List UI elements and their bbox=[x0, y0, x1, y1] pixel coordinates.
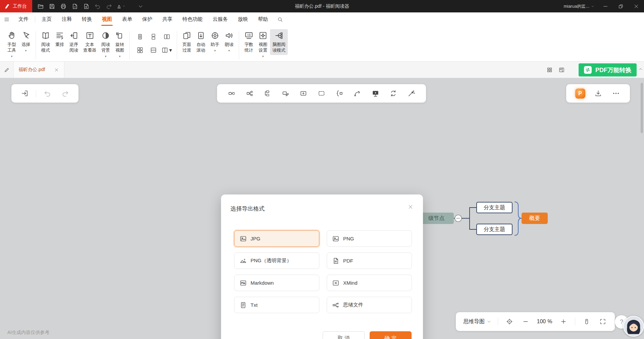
view-settings-button[interactable]: 视图 设置 ▾ bbox=[256, 29, 270, 60]
pdf-convert-button[interactable]: PDF万能转换 bbox=[579, 63, 637, 76]
continuous-page-button[interactable] bbox=[147, 30, 160, 43]
view-settings-icon bbox=[258, 31, 268, 40]
format-option-pdf[interactable]: PDF bbox=[327, 252, 412, 269]
save-button[interactable] bbox=[46, 0, 58, 12]
minimize-button[interactable] bbox=[598, 0, 613, 12]
format-label: XMind bbox=[343, 280, 358, 286]
mindmap-reading-mode-button[interactable]: 脑图阅 读模式 bbox=[270, 29, 288, 55]
select-tool-icon bbox=[21, 31, 31, 40]
menu-divider bbox=[35, 16, 35, 22]
text-viewer-button[interactable]: 文本 查看器 bbox=[81, 29, 99, 55]
close-icon bbox=[408, 204, 413, 210]
ribbon-divider bbox=[36, 31, 36, 59]
dialog-actions: 取 消 确 定 bbox=[323, 331, 412, 339]
reading-background-label: 阅读 背景 bbox=[101, 42, 110, 53]
toolbar-more-button[interactable] bbox=[135, 0, 146, 12]
tab-close-icon[interactable] bbox=[54, 68, 59, 72]
reading-background-button[interactable]: 阅读 背景 ▾ bbox=[99, 29, 113, 60]
dropdown-caret-icon bbox=[122, 5, 125, 8]
facing-page-icon bbox=[163, 33, 170, 40]
account-menu[interactable]: miarua的监... bbox=[564, 3, 594, 9]
single-page-button[interactable] bbox=[133, 30, 147, 43]
restore-button[interactable] bbox=[613, 0, 629, 12]
format-label: PNG bbox=[343, 236, 354, 241]
format-option-mind-file[interactable]: 思绪文件 bbox=[327, 297, 412, 313]
pencil-icon bbox=[4, 67, 10, 73]
word-count-button[interactable]: AB 字数 统计 bbox=[242, 29, 256, 55]
quick-sign-button[interactable] bbox=[115, 0, 126, 12]
facing-page-button[interactable] bbox=[160, 30, 173, 43]
page-transition-button[interactable]: 页面 过渡 bbox=[180, 29, 194, 55]
open-file-button[interactable] bbox=[35, 0, 46, 12]
reverse-reading-button[interactable]: 逆序 阅读 bbox=[67, 29, 81, 55]
search-button[interactable] bbox=[273, 12, 287, 26]
word-count-icon: AB bbox=[244, 31, 254, 40]
menu-help[interactable]: 帮助 bbox=[253, 12, 273, 26]
continuous-facing-button[interactable] bbox=[133, 43, 147, 57]
continuous-page-icon bbox=[150, 33, 157, 40]
menu-share[interactable]: 共享 bbox=[157, 12, 177, 26]
menu-home[interactable]: 主页 bbox=[37, 12, 57, 26]
menu-comment[interactable]: 注释 bbox=[57, 12, 77, 26]
menu-convert[interactable]: 转换 bbox=[77, 12, 97, 26]
pdf-file-icon bbox=[332, 257, 339, 265]
format-option-png-transparent[interactable]: PNG（透明背景） bbox=[234, 252, 319, 269]
page-panel-button[interactable] bbox=[555, 64, 568, 76]
image-icon bbox=[332, 235, 339, 242]
menu-form[interactable]: 表单 bbox=[117, 12, 137, 26]
read-mode-label: 阅读 模式 bbox=[41, 42, 50, 53]
format-option-png[interactable]: PNG bbox=[327, 230, 412, 247]
auto-scroll-button[interactable]: 自动 滚动 bbox=[194, 29, 208, 55]
workspace-label: 工作台 bbox=[13, 3, 27, 9]
format-option-jpg[interactable]: JPG bbox=[234, 230, 319, 247]
read-aloud-button[interactable]: 朗读 ▾ bbox=[222, 29, 236, 54]
hand-tool-button[interactable]: 手型 工具 ▾ bbox=[5, 29, 19, 60]
user-avatar[interactable] bbox=[623, 316, 644, 337]
dropdown-caret-icon: ▾ bbox=[11, 55, 13, 58]
menu-present[interactable]: 放映 bbox=[233, 12, 253, 26]
mindmap-canvas[interactable]: 级节点 分支主题 分支主题 概要 P 思维导图 bbox=[0, 78, 644, 339]
print-button[interactable] bbox=[58, 0, 69, 12]
document-tab-bar: 福昕办公.pdf PDF万能转换 bbox=[0, 62, 644, 78]
cancel-button[interactable]: 取 消 bbox=[323, 331, 365, 339]
scroll-up-button[interactable] bbox=[638, 67, 643, 71]
format-option-markdown[interactable]: Markdown bbox=[234, 275, 319, 291]
read-mode-button[interactable]: 阅读 模式 bbox=[39, 29, 53, 55]
format-option-xmind[interactable]: XMind bbox=[327, 275, 412, 291]
hamburger-menu-button[interactable] bbox=[0, 12, 13, 26]
confirm-button[interactable]: 确 定 bbox=[370, 331, 412, 339]
menu-file[interactable]: 文件 bbox=[13, 12, 34, 26]
rename-button[interactable] bbox=[0, 62, 13, 78]
workspace-button[interactable]: 工作台 bbox=[0, 0, 32, 12]
rotate-view-button[interactable]: 旋转 视图 ▾ bbox=[113, 29, 127, 60]
page-display-more-button[interactable]: ▾ bbox=[160, 43, 173, 57]
menu-protect[interactable]: 保护 bbox=[137, 12, 157, 26]
reflow-button[interactable]: 重排 bbox=[53, 29, 67, 49]
redo-button[interactable] bbox=[103, 0, 115, 12]
dropdown-caret-icon: ▾ bbox=[25, 49, 27, 52]
split-view-button[interactable] bbox=[147, 43, 160, 57]
menu-view[interactable]: 视图 bbox=[97, 12, 117, 26]
export-pdf-button[interactable] bbox=[69, 0, 80, 12]
format-options-grid: JPG PNG PNG（透明背景） PDF Markdown XMind bbox=[234, 230, 412, 313]
undo-button[interactable] bbox=[92, 0, 103, 12]
assistant-button[interactable]: 助手 ▾ bbox=[208, 29, 222, 54]
menu-features[interactable]: 特色功能 bbox=[177, 12, 208, 26]
reverse-reading-label: 逆序 阅读 bbox=[69, 42, 78, 53]
page-transition-label: 页面 过渡 bbox=[182, 42, 191, 53]
image-icon bbox=[239, 235, 247, 242]
mind-file-icon bbox=[332, 301, 339, 309]
convert-label: PDF万能转换 bbox=[595, 66, 632, 74]
format-label: Txt bbox=[251, 302, 258, 308]
format-label: Markdown bbox=[251, 280, 274, 286]
format-label: 思绪文件 bbox=[343, 302, 363, 308]
format-option-txt[interactable]: Txt bbox=[234, 297, 319, 313]
dialog-close-button[interactable] bbox=[406, 203, 415, 211]
active-document-tab[interactable]: 福昕办公.pdf bbox=[13, 62, 64, 78]
menu-cloud[interactable]: 云服务 bbox=[208, 12, 233, 26]
create-pdf-button[interactable] bbox=[80, 0, 92, 12]
close-button[interactable] bbox=[629, 0, 644, 12]
select-tool-button[interactable]: 选择 ▾ bbox=[19, 29, 33, 54]
tab-grid-view-button[interactable] bbox=[543, 64, 555, 76]
auto-scroll-label: 自动 滚动 bbox=[197, 42, 205, 53]
